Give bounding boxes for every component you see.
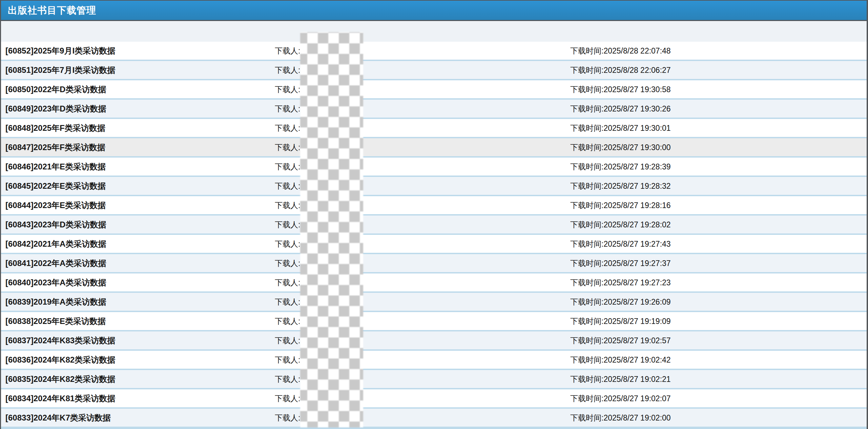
download-record-row[interactable]: [60849]2023年D类采访数据 下载人: 下载时间:2025/8/27 1…: [1, 100, 867, 119]
download-time-prefix: 下载时间:: [570, 239, 603, 248]
record-title: [60834]2024年K81类采访数据: [5, 393, 115, 404]
download-time-label: 下载时间:2025/8/27 19:26:09: [570, 297, 671, 307]
record-title: [60837]2024年K83类采访数据: [5, 335, 115, 346]
download-time-label: 下载时间:2025/8/28 22:07:48: [570, 45, 671, 56]
download-time-label: 下载时间:2025/8/27 19:27:23: [570, 277, 671, 288]
download-time-prefix: 下载时间:: [570, 394, 603, 403]
download-time-value: 2025/8/27 19:27:37: [603, 259, 670, 267]
app-window: 出版社书目下载管理 [60852]2025年9月I类采访数据 下载人: 下载时间…: [0, 0, 868, 429]
download-record-row[interactable]: [60852]2025年9月I类采访数据 下载人: 下载时间:2025/8/28…: [1, 42, 867, 61]
downloader-label: 下载人:: [275, 277, 300, 288]
downloader-label: 下载人:: [275, 65, 300, 75]
download-record-row[interactable]: [60846]2021年E类采访数据 下载人: 下载时间:2025/8/27 1…: [1, 158, 867, 177]
download-time-label: 下载时间:2025/8/27 19:30:26: [570, 103, 671, 114]
download-record-row[interactable]: [60839]2019年A类采访数据 下载人: 下载时间:2025/8/27 1…: [1, 293, 867, 312]
download-time-value: 2025/8/27 19:02:42: [603, 355, 670, 364]
download-record-list: [60852]2025年9月I类采访数据 下载人: 下载时间:2025/8/28…: [1, 42, 867, 428]
download-time-value: 2025/8/27 19:26:09: [603, 297, 670, 306]
download-time-label: 下载时间:2025/8/27 19:30:01: [570, 123, 671, 133]
download-time-prefix: 下载时间:: [570, 374, 603, 383]
download-record-row[interactable]: [60838]2025年E类采访数据 下载人: 下载时间:2025/8/27 1…: [1, 312, 867, 331]
record-title: [60843]2023年D类采访数据: [5, 219, 106, 230]
record-title: [60838]2025年E类采访数据: [5, 316, 106, 327]
download-time-prefix: 下载时间:: [570, 181, 603, 190]
download-time-value: 2025/8/27 19:28:02: [603, 220, 670, 229]
downloader-label: 下载人:: [275, 258, 300, 268]
record-title: [60848]2025年F类采访数据: [5, 123, 105, 134]
downloader-label: 下载人:: [275, 335, 300, 346]
record-title: [60841]2022年A类采访数据: [5, 258, 106, 269]
record-title: [60842]2021年A类采访数据: [5, 239, 106, 249]
download-time-value: 2025/8/27 19:02:00: [603, 413, 670, 422]
download-record-row[interactable]: [60848]2025年F类采访数据 下载人: 下载时间:2025/8/27 1…: [1, 119, 867, 138]
download-time-label: 下载时间:2025/8/27 19:02:00: [570, 412, 671, 423]
download-time-value: 2025/8/28 22:07:48: [603, 46, 670, 55]
download-time-prefix: 下载时间:: [570, 336, 603, 345]
downloader-label: 下载人:: [275, 161, 300, 172]
download-time-label: 下载时间:2025/8/27 19:27:37: [570, 258, 671, 268]
download-time-label: 下载时间:2025/8/27 19:02:57: [570, 335, 671, 346]
download-time-label: 下载时间:2025/8/27 19:30:58: [570, 84, 671, 95]
download-time-value: 2025/8/27 19:02:07: [603, 394, 670, 403]
download-time-value: 2025/8/27 19:19:09: [603, 316, 670, 325]
downloader-label: 下载人:: [275, 239, 300, 249]
download-record-row[interactable]: [60833]2024年K7类采访数据 下载人: 下载时间:2025/8/27 …: [1, 409, 867, 428]
record-title: [60850]2022年D类采访数据: [5, 84, 106, 95]
record-title: [60849]2023年D类采访数据: [5, 103, 106, 114]
download-time-prefix: 下载时间:: [570, 316, 603, 325]
download-record-row[interactable]: [60836]2024年K82类采访数据 下载人: 下载时间:2025/8/27…: [1, 351, 867, 370]
download-time-prefix: 下载时间:: [570, 123, 603, 132]
download-record-row[interactable]: [60850]2022年D类采访数据 下载人: 下载时间:2025/8/27 1…: [1, 80, 867, 100]
record-title: [60847]2025年F类采访数据: [5, 142, 105, 153]
download-record-row[interactable]: [60840]2023年A类采访数据 下载人: 下载时间:2025/8/27 1…: [1, 273, 867, 293]
download-record-row[interactable]: [60844]2023年E类采访数据 下载人: 下载时间:2025/8/27 1…: [1, 196, 867, 216]
page-title: 出版社书目下载管理: [1, 4, 96, 17]
content-header-strip: [1, 21, 867, 42]
download-time-value: 2025/8/27 19:28:16: [603, 201, 670, 209]
download-time-label: 下载时间:2025/8/27 19:02:42: [570, 354, 671, 365]
record-title: [60844]2023年E类采访数据: [5, 200, 106, 211]
download-time-prefix: 下载时间:: [570, 413, 603, 422]
download-time-prefix: 下载时间:: [570, 297, 603, 306]
download-time-prefix: 下载时间:: [570, 220, 603, 229]
downloader-label: 下载人:: [275, 316, 300, 326]
download-time-prefix: 下载时间:: [570, 259, 603, 267]
download-record-row[interactable]: [60837]2024年K83类采访数据 下载人: 下载时间:2025/8/27…: [1, 331, 867, 351]
download-time-prefix: 下载时间:: [570, 46, 603, 55]
download-record-row[interactable]: [60851]2025年7月I类采访数据 下载人: 下载时间:2025/8/28…: [1, 61, 867, 80]
download-record-row[interactable]: [60841]2022年A类采访数据 下载人: 下载时间:2025/8/27 1…: [1, 254, 867, 273]
download-time-label: 下载时间:2025/8/27 19:28:39: [570, 161, 671, 172]
download-time-label: 下载时间:2025/8/28 22:06:27: [570, 65, 671, 75]
record-title: [60839]2019年A类采访数据: [5, 297, 106, 307]
download-record-row[interactable]: [60845]2022年E类采访数据 下载人: 下载时间:2025/8/27 1…: [1, 177, 867, 196]
download-time-prefix: 下载时间:: [570, 162, 603, 171]
download-time-label: 下载时间:2025/8/27 19:02:21: [570, 374, 671, 384]
record-title: [60851]2025年7月I类采访数据: [5, 65, 115, 76]
download-record-row[interactable]: [60835]2024年K82类采访数据 下载人: 下载时间:2025/8/27…: [1, 370, 867, 389]
download-record-row[interactable]: [60842]2021年A类采访数据 下载人: 下载时间:2025/8/27 1…: [1, 235, 867, 254]
download-record-row[interactable]: [60834]2024年K81类采访数据 下载人: 下载时间:2025/8/27…: [1, 389, 867, 409]
download-time-label: 下载时间:2025/8/27 19:27:43: [570, 239, 671, 249]
title-bar: 出版社书目下载管理: [1, 1, 867, 21]
download-time-value: 2025/8/27 19:30:26: [603, 104, 670, 113]
download-record-row[interactable]: [60843]2023年D类采访数据 下载人: 下载时间:2025/8/27 1…: [1, 216, 867, 235]
download-time-value: 2025/8/27 19:28:39: [603, 162, 670, 171]
record-title: [60835]2024年K82类采访数据: [5, 374, 115, 385]
download-record-row[interactable]: [60847]2025年F类采访数据 下载人: 下载时间:2025/8/27 1…: [1, 138, 867, 158]
downloader-label: 下载人:: [275, 412, 300, 423]
download-time-label: 下载时间:2025/8/27 19:28:32: [570, 181, 671, 191]
download-time-label: 下载时间:2025/8/27 19:28:02: [570, 219, 671, 230]
download-time-value: 2025/8/27 19:28:32: [603, 181, 670, 190]
download-time-value: 2025/8/27 19:30:58: [603, 85, 670, 94]
download-time-prefix: 下载时间:: [570, 104, 603, 113]
record-title: [60840]2023年A类采访数据: [5, 277, 106, 288]
download-time-value: 2025/8/27 19:27:23: [603, 278, 670, 287]
download-time-label: 下载时间:2025/8/27 19:19:09: [570, 316, 671, 326]
download-time-value: 2025/8/27 19:30:01: [603, 123, 670, 132]
download-time-prefix: 下载时间:: [570, 85, 603, 94]
downloader-label: 下载人:: [275, 374, 300, 384]
downloader-label: 下载人:: [275, 200, 300, 210]
download-time-prefix: 下载时间:: [570, 355, 603, 364]
downloader-label: 下载人:: [275, 181, 300, 191]
record-title: [60836]2024年K82类采访数据: [5, 354, 115, 365]
